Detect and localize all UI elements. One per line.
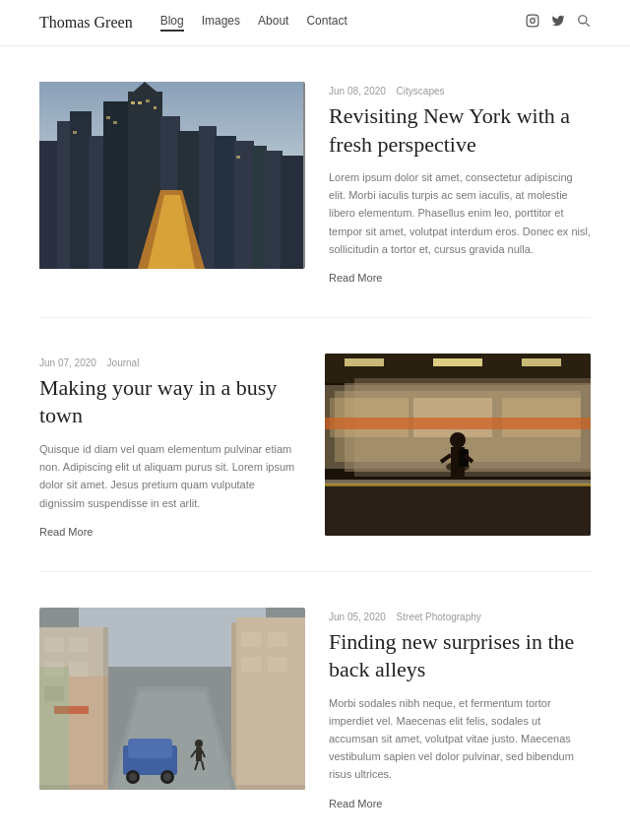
site-title: Thomas Green (39, 14, 133, 32)
post-1-date: Jun 08, 2020 (329, 86, 386, 97)
svg-point-1 (531, 19, 536, 24)
svg-rect-64 (241, 632, 261, 647)
svg-rect-35 (522, 358, 561, 366)
post-1-content: Jun 08, 2020 Cityscapes Revisiting New Y… (329, 82, 591, 286)
svg-rect-16 (215, 136, 236, 269)
post-2-date: Jun 07, 2020 (39, 357, 96, 368)
post-1-title: Revisiting New York with a fresh perspec… (329, 102, 591, 159)
svg-point-73 (129, 773, 137, 781)
svg-rect-19 (265, 151, 283, 269)
svg-rect-30 (236, 156, 240, 159)
svg-rect-71 (128, 739, 172, 758)
svg-rect-46 (325, 484, 591, 486)
svg-rect-60 (69, 637, 89, 652)
nav-images[interactable]: Images (202, 14, 240, 32)
svg-rect-6 (39, 141, 59, 269)
svg-rect-0 (527, 15, 538, 27)
post-3-category: Street Photography (397, 612, 481, 622)
post-2-title: Making your way in a busy town (39, 374, 301, 430)
post-3-date: Jun 05, 2020 (329, 612, 386, 622)
post-3: Jun 05, 2020 Street Photography Finding … (39, 608, 591, 811)
twitter-icon[interactable] (551, 14, 565, 32)
svg-rect-65 (268, 632, 287, 647)
post-3-read-more[interactable]: Read More (329, 798, 382, 809)
svg-rect-20 (281, 156, 303, 269)
svg-rect-84 (69, 677, 108, 790)
svg-rect-33 (345, 358, 384, 366)
post-1-category: Cityscapes (397, 86, 445, 97)
svg-rect-8 (70, 111, 92, 269)
svg-line-4 (586, 23, 590, 27)
site-header: Thomas Green Blog Images About Contact (0, 0, 630, 46)
svg-point-2 (536, 17, 536, 18)
main-nav: Blog Images About Contact (160, 14, 526, 32)
svg-rect-29 (73, 131, 77, 134)
divider-2 (39, 571, 591, 572)
post-2-content: Jun 07, 2020 Journal Making your way in … (39, 354, 301, 540)
nav-about[interactable]: About (258, 14, 288, 32)
post-2-excerpt: Quisque id diam vel quam elementum pulvi… (39, 440, 301, 512)
svg-rect-43 (325, 418, 591, 429)
blog-container: Jun 08, 2020 Cityscapes Revisiting New Y… (0, 82, 630, 840)
svg-point-75 (163, 773, 171, 781)
post-3-title: Finding new surprises in the back alleys (329, 628, 591, 684)
svg-rect-27 (106, 116, 110, 119)
header-icons (526, 14, 591, 32)
post-3-content: Jun 05, 2020 Street Photography Finding … (329, 608, 591, 811)
svg-rect-7 (57, 121, 72, 269)
post-3-meta: Jun 05, 2020 Street Photography (329, 612, 591, 622)
svg-rect-28 (113, 121, 117, 124)
svg-rect-25 (146, 99, 150, 102)
svg-rect-26 (154, 106, 157, 109)
post-1-image (39, 82, 305, 269)
svg-point-49 (450, 432, 466, 448)
post-1-read-more[interactable]: Read More (329, 272, 382, 284)
post-2-meta: Jun 07, 2020 Journal (39, 357, 301, 368)
search-icon[interactable] (577, 14, 591, 32)
post-2: Jun 07, 2020 Journal Making your way in … (39, 354, 591, 540)
post-2-read-more[interactable]: Read More (39, 526, 93, 538)
nav-contact[interactable]: Contact (306, 14, 346, 32)
svg-rect-23 (131, 101, 135, 104)
svg-rect-77 (196, 747, 202, 761)
svg-rect-17 (234, 141, 254, 269)
svg-rect-24 (138, 101, 142, 104)
svg-rect-67 (268, 657, 287, 672)
post-1-meta: Jun 08, 2020 Cityscapes (329, 86, 591, 97)
svg-rect-15 (199, 126, 217, 269)
divider-1 (39, 317, 591, 318)
nav-blog[interactable]: Blog (160, 14, 184, 32)
post-1-excerpt: Lorem ipsum dolor sit amet, consectetur … (329, 168, 591, 258)
post-2-category: Journal (107, 357, 140, 368)
svg-rect-66 (241, 657, 261, 672)
svg-rect-34 (433, 358, 482, 366)
svg-rect-10 (103, 101, 131, 269)
svg-point-3 (579, 16, 587, 24)
post-3-excerpt: Morbi sodales nibh neque, et fermentum t… (329, 694, 591, 784)
post-2-image (325, 354, 591, 536)
svg-rect-44 (325, 482, 591, 536)
post-1: Jun 08, 2020 Cityscapes Revisiting New Y… (39, 82, 591, 286)
svg-rect-83 (39, 667, 69, 790)
svg-rect-62 (69, 662, 89, 677)
svg-rect-59 (44, 637, 64, 652)
instagram-icon[interactable] (526, 14, 539, 32)
svg-rect-18 (252, 146, 267, 269)
post-3-image (39, 608, 305, 790)
svg-point-76 (195, 740, 203, 747)
